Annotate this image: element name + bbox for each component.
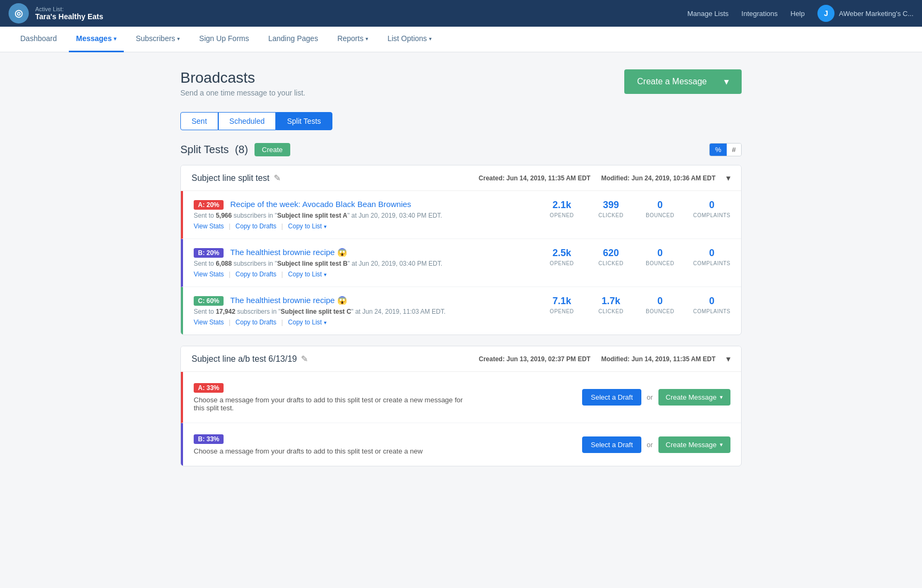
split-test-meta-0: Created: Jun 14, 2019, 11:35 AM EDT Modi… bbox=[479, 173, 730, 183]
nav-messages[interactable]: Messages ▾ bbox=[69, 27, 124, 52]
variant-row-0-1: B: 20% The healthiest brownie recipe 😱 S… bbox=[181, 239, 741, 287]
top-bar-right: Manage Lists Integrations Help J AWeber … bbox=[687, 5, 913, 22]
select-draft-button-1-1[interactable]: Select a Draft bbox=[582, 436, 641, 453]
split-test-meta-1: Created: Jun 13, 2019, 02:37 PM EDT Modi… bbox=[479, 354, 730, 364]
subscribers-chevron-icon: ▾ bbox=[177, 36, 180, 42]
top-bar: ◎ Active List: Tara's Healthy Eats Manag… bbox=[0, 0, 922, 27]
tab-group: Sent Scheduled Split Tests bbox=[180, 112, 742, 130]
variant-row-0-2: C: 60% The healthiest brownie recipe 😱 S… bbox=[181, 287, 741, 335]
variant-row-0-0: A: 20% Recipe of the week: Avocado Black… bbox=[181, 191, 741, 239]
empty-row-text-1-1: Choose a message from your drafts to add… bbox=[194, 447, 471, 455]
tab-scheduled[interactable]: Scheduled bbox=[218, 112, 276, 130]
nav-bar: Dashboard Messages ▾ Subscribers ▾ Sign … bbox=[0, 27, 922, 52]
page-title-block: Broadcasts Send a one time message to yo… bbox=[180, 69, 305, 97]
user-badge[interactable]: J AWeber Marketing's C... bbox=[817, 5, 913, 22]
view-percent-button[interactable]: % bbox=[710, 144, 727, 156]
message-actions-0-2: View Stats | Copy to Drafts | Copy to Li… bbox=[194, 319, 533, 326]
edit-icon-1[interactable]: ✎ bbox=[301, 354, 308, 364]
view-hash-button[interactable]: # bbox=[727, 144, 741, 156]
nav-landing-pages[interactable]: Landing Pages bbox=[261, 27, 325, 52]
stat-clicked-0-2: 1.7k CLICKED bbox=[595, 296, 627, 314]
view-stats-link-0-2[interactable]: View Stats bbox=[194, 319, 224, 326]
split-test-header-0: Subject line split test ✎ Created: Jun 1… bbox=[181, 165, 741, 191]
nav-dashboard[interactable]: Dashboard bbox=[13, 27, 65, 52]
section-header-left: Split Tests (8) Create bbox=[180, 143, 290, 156]
copy-to-drafts-link-0-1[interactable]: Copy to Drafts bbox=[235, 271, 276, 278]
variant-badge-0-2: C: 60% bbox=[194, 296, 224, 306]
view-stats-link-0-1[interactable]: View Stats bbox=[194, 271, 224, 278]
actions-chevron-icon-0-2[interactable]: ▾ bbox=[324, 320, 327, 325]
create-message-chevron-icon-1-0: ▾ bbox=[720, 394, 723, 401]
page-header: Broadcasts Send a one time message to yo… bbox=[180, 69, 742, 97]
user-name: AWeber Marketing's C... bbox=[839, 10, 913, 18]
message-row-right-0-0: 2.1k OPENED 399 CLICKED 0 BOUNCED 0 COMP… bbox=[546, 200, 730, 218]
main-content: Broadcasts Send a one time message to yo… bbox=[168, 52, 754, 494]
stat-complaints-0-2: 0 COMPLAINTS bbox=[693, 296, 730, 314]
message-sent-info-0-1: Sent to 6,088 subscribers in "Subject li… bbox=[194, 260, 533, 267]
empty-row-actions-1-1: Select a Draft or Create Message ▾ bbox=[582, 436, 730, 453]
actions-chevron-icon-0-1[interactable]: ▾ bbox=[324, 272, 327, 277]
message-subject-0-2[interactable]: The healthiest brownie recipe 😱 bbox=[230, 296, 347, 305]
reports-chevron-icon: ▾ bbox=[365, 36, 368, 42]
message-row-left-0-1: B: 20% The healthiest brownie recipe 😱 S… bbox=[194, 248, 533, 278]
top-bar-left: ◎ Active List: Tara's Healthy Eats bbox=[9, 3, 104, 23]
copy-to-list-link-0-2[interactable]: Copy to List bbox=[288, 319, 322, 326]
copy-to-list-link-0-0[interactable]: Copy to List bbox=[288, 223, 322, 230]
split-test-name-0: Subject line split test bbox=[192, 173, 269, 183]
message-subject-0-0[interactable]: Recipe of the week: Avocado Black Bean B… bbox=[230, 200, 411, 209]
create-message-chevron-icon: ▾ bbox=[724, 76, 729, 88]
create-split-test-button[interactable]: Create bbox=[255, 143, 290, 156]
list-options-chevron-icon: ▾ bbox=[429, 36, 432, 42]
nav-list-options[interactable]: List Options ▾ bbox=[380, 27, 439, 52]
split-test-header-1: Subject line a/b test 6/13/19 ✎ Created:… bbox=[181, 346, 741, 372]
stat-complaints-0-1: 0 COMPLAINTS bbox=[693, 248, 730, 266]
stat-opened-0-2: 7.1k OPENED bbox=[546, 296, 578, 314]
create-message-button[interactable]: Create a Message ▾ bbox=[624, 69, 742, 94]
tab-sent[interactable]: Sent bbox=[180, 112, 218, 130]
tab-split-tests[interactable]: Split Tests bbox=[276, 112, 332, 130]
help-link[interactable]: Help bbox=[791, 10, 805, 18]
logo: ◎ bbox=[9, 3, 29, 23]
stat-opened-0-1: 2.5k OPENED bbox=[546, 248, 578, 266]
message-row-right-0-2: 7.1k OPENED 1.7k CLICKED 0 BOUNCED 0 COM… bbox=[546, 296, 730, 314]
empty-row-left-1-1: B: 33% Choose a message from your drafts… bbox=[194, 434, 582, 455]
stat-opened-0-0: 2.1k OPENED bbox=[546, 200, 578, 218]
copy-to-drafts-link-0-2[interactable]: Copy to Drafts bbox=[235, 319, 276, 326]
message-row-right-0-1: 2.5k OPENED 620 CLICKED 0 BOUNCED 0 COMP… bbox=[546, 248, 730, 266]
integrations-link[interactable]: Integrations bbox=[742, 10, 778, 18]
nav-reports[interactable]: Reports ▾ bbox=[330, 27, 376, 52]
page-subtitle: Send a one time message to your list. bbox=[180, 89, 305, 97]
view-stats-link-0-0[interactable]: View Stats bbox=[194, 223, 224, 230]
or-text-1-0: or bbox=[647, 393, 653, 401]
modified-meta-1: Modified: Jun 14, 2019, 11:35 AM EDT bbox=[601, 355, 716, 363]
user-avatar: J bbox=[817, 5, 834, 22]
active-list-name: Tara's Healthy Eats bbox=[35, 12, 104, 21]
message-sent-info-0-0: Sent to 5,966 subscribers in "Subject li… bbox=[194, 212, 533, 219]
stat-complaints-0-0: 0 COMPLAINTS bbox=[693, 200, 730, 218]
or-text-1-1: or bbox=[647, 441, 653, 449]
nav-sign-up-forms[interactable]: Sign Up Forms bbox=[192, 27, 256, 52]
manage-lists-link[interactable]: Manage Lists bbox=[687, 10, 728, 18]
split-test-dropdown-icon-0[interactable]: ▾ bbox=[726, 173, 730, 183]
messages-chevron-icon: ▾ bbox=[114, 36, 116, 42]
variant-badge-1-0: A: 33% bbox=[194, 383, 224, 393]
section-header: Split Tests (8) Create % # bbox=[180, 143, 742, 156]
create-message-btn-1-0[interactable]: Create Message ▾ bbox=[658, 389, 730, 406]
create-message-btn-1-1[interactable]: Create Message ▾ bbox=[658, 436, 730, 453]
copy-to-list-link-0-1[interactable]: Copy to List bbox=[288, 271, 322, 278]
edit-icon-0[interactable]: ✎ bbox=[274, 173, 281, 183]
split-test-dropdown-icon-1[interactable]: ▾ bbox=[726, 354, 730, 364]
actions-chevron-icon-0-0[interactable]: ▾ bbox=[324, 224, 327, 229]
empty-row-actions-1-0: Select a Draft or Create Message ▾ bbox=[582, 389, 730, 406]
created-meta-0: Created: Jun 14, 2019, 11:35 AM EDT bbox=[479, 174, 591, 182]
modified-meta-0: Modified: Jun 24, 2019, 10:36 AM EDT bbox=[601, 174, 716, 182]
message-actions-0-0: View Stats | Copy to Drafts | Copy to Li… bbox=[194, 223, 533, 230]
split-test-card-1: Subject line a/b test 6/13/19 ✎ Created:… bbox=[180, 346, 742, 466]
section-title: Split Tests (8) bbox=[180, 144, 248, 156]
message-row-left-0-0: A: 20% Recipe of the week: Avocado Black… bbox=[194, 200, 533, 230]
select-draft-button-1-0[interactable]: Select a Draft bbox=[582, 389, 641, 406]
variant-badge-1-1: B: 33% bbox=[194, 434, 224, 444]
message-subject-0-1[interactable]: The healthiest brownie recipe 😱 bbox=[230, 248, 347, 257]
copy-to-drafts-link-0-0[interactable]: Copy to Drafts bbox=[235, 223, 276, 230]
nav-subscribers[interactable]: Subscribers ▾ bbox=[128, 27, 187, 52]
